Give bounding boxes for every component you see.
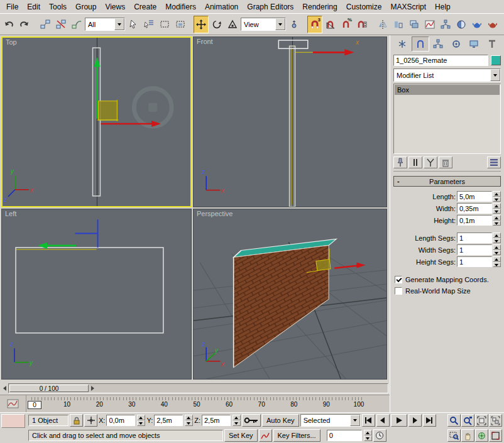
menu-modifiers[interactable]: Modifiers bbox=[161, 1, 200, 13]
select-and-rotate-button[interactable] bbox=[209, 16, 224, 33]
bind-to-spacewarp-button[interactable] bbox=[69, 16, 84, 33]
tab-hierarchy[interactable] bbox=[429, 36, 447, 52]
snap-toggle-button[interactable]: 3 bbox=[307, 16, 322, 33]
key-filters-button[interactable]: Key Filters... bbox=[273, 429, 320, 442]
angle-snap-button[interactable] bbox=[323, 16, 338, 33]
length-spinner[interactable] bbox=[493, 191, 501, 202]
current-frame-field[interactable]: 0 bbox=[327, 430, 362, 441]
menu-graph-editors[interactable]: Graph Editors bbox=[243, 1, 298, 13]
dropdown-arrow-icon[interactable] bbox=[275, 18, 285, 30]
menu-group[interactable]: Group bbox=[71, 1, 101, 13]
menu-file[interactable]: File bbox=[2, 1, 23, 13]
select-object-button[interactable] bbox=[126, 16, 141, 33]
width-segs-spinner[interactable] bbox=[493, 244, 501, 255]
tab-motion[interactable] bbox=[447, 36, 466, 52]
make-unique-button[interactable] bbox=[424, 156, 437, 168]
next-frame-button[interactable] bbox=[408, 414, 422, 427]
go-to-start-button[interactable] bbox=[362, 414, 375, 427]
viewport-front[interactable]: Front x z x bbox=[193, 36, 387, 207]
timeslider-next-button[interactable] bbox=[89, 383, 96, 393]
auto-key-button[interactable]: Auto Key bbox=[262, 414, 299, 427]
set-key-button[interactable]: Set Key bbox=[224, 429, 258, 442]
height-spinner[interactable] bbox=[493, 215, 501, 226]
modifier-list-dropdown[interactable]: Modifier List bbox=[393, 68, 501, 82]
tab-utilities[interactable] bbox=[483, 36, 501, 52]
reference-coordinate-dropdown[interactable]: View bbox=[241, 18, 286, 31]
time-slider-track[interactable]: 0 / 100 bbox=[8, 383, 388, 393]
mirror-button[interactable] bbox=[375, 16, 390, 33]
pan-button[interactable] bbox=[461, 429, 474, 442]
parameters-rollout-header[interactable]: - Parameters bbox=[393, 176, 501, 187]
viewport-left[interactable]: Left z y bbox=[1, 209, 192, 380]
menu-customize[interactable]: Customize bbox=[342, 1, 386, 13]
select-and-move-button[interactable] bbox=[194, 16, 209, 33]
menu-help[interactable]: Help bbox=[430, 1, 455, 13]
zoom-all-button[interactable] bbox=[461, 414, 474, 427]
track-bar[interactable]: 0 10 20 30 40 50 60 70 80 90 100 bbox=[0, 395, 390, 412]
select-and-link-button[interactable] bbox=[38, 16, 53, 33]
object-name-field[interactable] bbox=[393, 55, 488, 66]
menu-edit[interactable]: Edit bbox=[23, 1, 45, 13]
material-editor-button[interactable] bbox=[454, 16, 469, 33]
length-field[interactable]: 5,0m bbox=[457, 191, 492, 202]
menu-create[interactable]: Create bbox=[129, 1, 161, 13]
curve-editor-button[interactable] bbox=[422, 16, 437, 33]
arc-rotate-button[interactable] bbox=[475, 429, 488, 442]
undo-button[interactable] bbox=[1, 16, 16, 33]
width-field[interactable]: 0,35m bbox=[457, 203, 492, 214]
dropdown-arrow-icon[interactable] bbox=[490, 69, 500, 81]
pin-stack-button[interactable] bbox=[393, 156, 407, 168]
zoom-extents-all-button[interactable] bbox=[489, 414, 502, 427]
modifier-stack[interactable]: Box bbox=[393, 84, 501, 154]
zoom-extents-button[interactable] bbox=[475, 414, 488, 427]
height-field[interactable]: 0,1m bbox=[457, 215, 492, 226]
go-to-end-button[interactable] bbox=[423, 414, 436, 427]
render-setup-button[interactable] bbox=[469, 16, 485, 33]
menu-views[interactable]: Views bbox=[101, 1, 129, 13]
percent-snap-button[interactable]: % bbox=[339, 16, 354, 33]
viewport-top[interactable]: Top y x z bbox=[1, 36, 192, 207]
selection-set-dropdown[interactable]: Selected bbox=[300, 414, 361, 427]
time-slider-handle[interactable]: 0 / 100 bbox=[9, 385, 89, 392]
use-pivot-point-button[interactable] bbox=[287, 16, 302, 33]
y-coord-spinner[interactable] bbox=[185, 415, 193, 426]
tab-modify[interactable] bbox=[412, 36, 430, 52]
select-and-scale-button[interactable] bbox=[225, 16, 240, 33]
mini-curve-editor-button[interactable] bbox=[0, 395, 26, 412]
tab-create[interactable] bbox=[393, 36, 412, 52]
stack-item-box[interactable]: Box bbox=[395, 85, 500, 95]
window-crossing-toggle-button[interactable] bbox=[173, 16, 188, 33]
height-segs-field[interactable]: 1 bbox=[457, 256, 492, 267]
configure-modifier-sets-button[interactable] bbox=[487, 156, 501, 168]
rectangular-selection-region-button[interactable] bbox=[157, 16, 172, 33]
menu-animation[interactable]: Animation bbox=[200, 1, 243, 13]
time-configuration-button[interactable] bbox=[373, 429, 386, 442]
timeslider-prev-button[interactable] bbox=[1, 383, 8, 393]
tab-display[interactable] bbox=[465, 36, 483, 52]
current-frame-marker[interactable]: 0 bbox=[28, 401, 41, 409]
transform-typein-toggle-button[interactable] bbox=[84, 414, 97, 427]
region-zoom-button[interactable] bbox=[447, 429, 461, 442]
real-world-map-checkbox[interactable] bbox=[395, 287, 402, 295]
selection-filter-dropdown[interactable]: All bbox=[85, 18, 125, 31]
spinner-snap-button[interactable] bbox=[354, 16, 370, 33]
viewport-perspective[interactable]: Perspective z y x bbox=[193, 209, 387, 380]
current-frame-spinner[interactable] bbox=[364, 430, 372, 441]
z-coord-field[interactable]: 2,5m bbox=[202, 415, 231, 426]
y-coord-field[interactable]: 2,5m bbox=[154, 415, 183, 426]
length-segs-spinner[interactable] bbox=[493, 232, 501, 243]
selection-lock-button[interactable] bbox=[70, 414, 83, 427]
track-bar-scale[interactable]: 0 10 20 30 40 50 60 70 80 90 100 bbox=[26, 395, 390, 412]
select-by-name-button[interactable] bbox=[141, 16, 156, 33]
layer-manager-button[interactable] bbox=[407, 16, 422, 33]
menu-rendering[interactable]: Rendering bbox=[298, 1, 341, 13]
object-color-swatch[interactable] bbox=[491, 55, 501, 65]
length-segs-field[interactable]: 1 bbox=[457, 232, 492, 243]
unlink-selection-button[interactable] bbox=[53, 16, 68, 33]
x-coord-field[interactable]: 0,0m bbox=[106, 415, 135, 426]
width-spinner[interactable] bbox=[493, 203, 501, 214]
redo-button[interactable] bbox=[17, 16, 32, 33]
x-coord-spinner[interactable] bbox=[137, 415, 145, 426]
quick-render-button[interactable] bbox=[485, 16, 500, 33]
key-filter-curve-button[interactable] bbox=[259, 429, 272, 442]
